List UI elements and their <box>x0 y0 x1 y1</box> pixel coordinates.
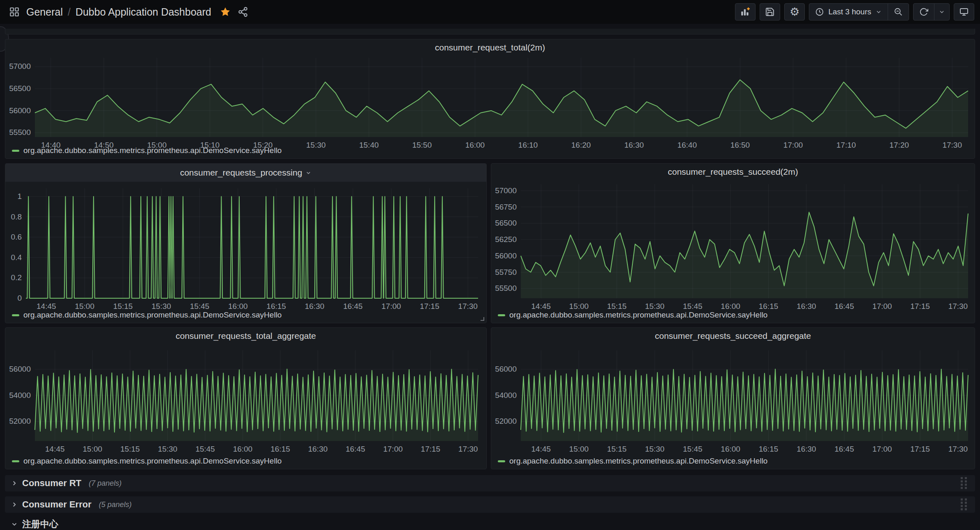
svg-text:16:50: 16:50 <box>730 141 750 149</box>
svg-text:15:15: 15:15 <box>607 445 627 453</box>
svg-text:16:00: 16:00 <box>721 302 740 311</box>
nav-bar: General / Dubbo Application Dashboard <box>0 0 980 24</box>
panel-consumer-request-total: consumer_request_total(2m) 5550056000565… <box>5 39 975 159</box>
svg-text:16:20: 16:20 <box>571 141 591 149</box>
svg-text:15:30: 15:30 <box>151 302 171 311</box>
svg-text:17:00: 17:00 <box>383 445 403 453</box>
timeseries-chart[interactable]: 5550055750560005625056500567505700014:45… <box>491 164 975 323</box>
svg-text:16:30: 16:30 <box>305 302 325 311</box>
svg-text:16:30: 16:30 <box>797 302 816 311</box>
series-label[interactable]: org.apache.dubbo.samples.metrics.prometh… <box>23 457 282 466</box>
row-drag-handle[interactable] <box>959 476 969 490</box>
timeseries-chart[interactable]: 52000540005600014:4515:0015:1515:3015:45… <box>5 328 486 469</box>
svg-text:17:15: 17:15 <box>421 445 440 453</box>
row-consumer-error[interactable]: Consumer Error (5 panels) <box>5 496 975 513</box>
svg-text:17:00: 17:00 <box>382 302 401 311</box>
svg-text:56500: 56500 <box>9 84 31 93</box>
refresh-button[interactable] <box>914 4 934 20</box>
panel-consumer-requests-total-aggregate: consumer_requests_total_aggregate 520005… <box>5 327 487 469</box>
timeseries-chart[interactable]: 00.20.40.60.8114:4515:0015:1515:3015:451… <box>5 164 486 323</box>
svg-text:16:45: 16:45 <box>346 445 365 453</box>
refresh-group <box>913 3 950 21</box>
row-registry-center[interactable]: 注册中心 <box>5 516 975 530</box>
svg-text:17:00: 17:00 <box>872 445 892 453</box>
svg-text:16:45: 16:45 <box>343 302 363 311</box>
svg-text:15:45: 15:45 <box>683 445 703 453</box>
svg-text:15:15: 15:15 <box>113 302 133 311</box>
page-title: Dubbo Application Dashboard <box>76 6 211 18</box>
svg-text:56750: 56750 <box>495 203 517 211</box>
chevron-right-icon <box>11 480 18 487</box>
svg-text:16:00: 16:00 <box>721 445 740 453</box>
svg-text:16:00: 16:00 <box>233 445 253 453</box>
legend[interactable]: org.apache.dubbo.samples.metrics.prometh… <box>498 457 767 466</box>
svg-text:15:30: 15:30 <box>306 141 326 149</box>
svg-text:15:40: 15:40 <box>359 141 379 149</box>
svg-text:15:15: 15:15 <box>607 302 627 311</box>
series-color-swatch <box>12 460 19 462</box>
series-label[interactable]: org.apache.dubbo.samples.metrics.prometh… <box>509 457 767 466</box>
apps-menu-icon[interactable] <box>9 7 20 17</box>
favorite-star-icon[interactable] <box>220 6 231 18</box>
monitor-icon <box>959 7 969 17</box>
row-consumer-rt[interactable]: Consumer RT (7 panels) <box>5 475 975 491</box>
svg-text:17:15: 17:15 <box>910 302 930 311</box>
legend[interactable]: org.apache.dubbo.samples.metrics.prometh… <box>12 146 282 155</box>
row-title: Consumer Error <box>22 499 92 510</box>
add-panel-button[interactable] <box>735 3 756 21</box>
svg-text:0.8: 0.8 <box>11 212 22 221</box>
svg-text:52000: 52000 <box>495 417 517 425</box>
timeseries-chart[interactable]: 52000540005600014:4515:0015:1515:3015:45… <box>491 328 975 469</box>
svg-text:55500: 55500 <box>495 284 517 292</box>
svg-text:17:15: 17:15 <box>420 302 440 311</box>
svg-text:16:30: 16:30 <box>624 141 644 149</box>
row-title: Consumer RT <box>22 478 81 489</box>
svg-text:56250: 56250 <box>495 235 517 244</box>
chevron-down-icon <box>11 521 18 528</box>
svg-text:15:00: 15:00 <box>569 302 589 311</box>
timeseries-chart[interactable]: 5550056000565005700014:4014:5015:0015:10… <box>5 39 975 158</box>
series-label[interactable]: org.apache.dubbo.samples.metrics.prometh… <box>23 146 282 155</box>
chevron-down-icon <box>939 9 945 15</box>
svg-text:15:45: 15:45 <box>683 302 703 311</box>
svg-text:17:15: 17:15 <box>910 445 930 453</box>
svg-text:17:00: 17:00 <box>783 141 803 149</box>
zoom-out-icon <box>894 7 903 16</box>
series-color-swatch <box>498 314 505 316</box>
svg-text:0: 0 <box>17 294 22 302</box>
svg-text:15:45: 15:45 <box>195 445 215 453</box>
kiosk-mode-button[interactable] <box>954 3 974 21</box>
svg-text:16:10: 16:10 <box>518 141 538 149</box>
legend[interactable]: org.apache.dubbo.samples.metrics.prometh… <box>12 311 282 320</box>
row-panel-count: (7 panels) <box>89 479 121 488</box>
svg-text:1: 1 <box>17 192 22 201</box>
series-label[interactable]: org.apache.dubbo.samples.metrics.prometh… <box>23 311 282 320</box>
time-range-label: Last 3 hours <box>828 7 871 16</box>
svg-text:56000: 56000 <box>9 365 31 373</box>
svg-text:54000: 54000 <box>495 391 517 400</box>
svg-text:0.4: 0.4 <box>11 253 22 262</box>
svg-text:57000: 57000 <box>9 62 31 71</box>
svg-text:14:45: 14:45 <box>531 445 551 453</box>
refresh-interval-dropdown[interactable] <box>934 4 949 20</box>
svg-text:17:00: 17:00 <box>872 302 892 311</box>
legend[interactable]: org.apache.dubbo.samples.metrics.prometh… <box>12 457 282 466</box>
zoom-out-time-button[interactable] <box>888 4 909 20</box>
time-range-picker[interactable]: Last 3 hours <box>809 4 888 20</box>
svg-text:14:45: 14:45 <box>531 302 551 311</box>
svg-text:17:30: 17:30 <box>458 445 478 453</box>
series-label[interactable]: org.apache.dubbo.samples.metrics.prometh… <box>509 311 767 320</box>
refresh-icon <box>919 7 928 16</box>
breadcrumb-section[interactable]: General <box>26 6 63 18</box>
legend[interactable]: org.apache.dubbo.samples.metrics.prometh… <box>498 311 767 320</box>
svg-text:16:00: 16:00 <box>228 302 248 311</box>
share-icon[interactable] <box>238 7 248 17</box>
dashboard-settings-button[interactable]: ⚙ <box>784 3 805 21</box>
save-dashboard-button[interactable] <box>760 3 780 21</box>
svg-text:15:15: 15:15 <box>120 445 140 453</box>
svg-text:15:00: 15:00 <box>75 302 94 311</box>
panel-resize-handle[interactable] <box>479 315 485 322</box>
svg-text:52000: 52000 <box>9 417 31 425</box>
row-drag-handle[interactable] <box>959 498 969 512</box>
panel-consumer-requests-processing: consumer_requests_processing 00.20.40.60… <box>5 163 487 323</box>
